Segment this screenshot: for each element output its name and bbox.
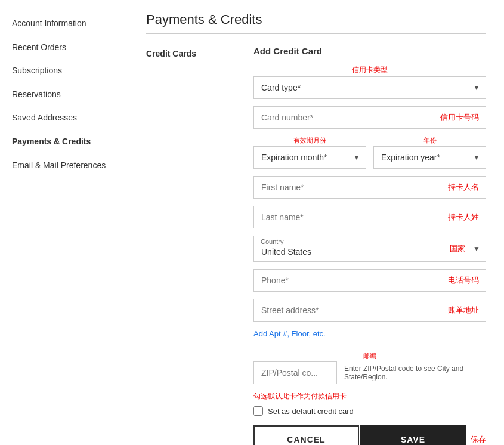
add-credit-card-form: Add Credit Card 信用卡类型 Card type* ▼ 信用卡号码 [253,46,486,445]
button-row: CANCEL SAVE 保存 [253,425,486,445]
card-type-wrapper: Card type* ▼ [253,76,486,99]
page-title: Payments & Credits [146,12,486,34]
sidebar-item-reservations[interactable]: Reservations [0,83,128,107]
cancel-button[interactable]: CANCEL [253,425,359,445]
street-address-row: 账单地址 [253,299,486,322]
card-type-row: 信用卡类型 Card type* ▼ [253,65,486,99]
expiration-month-wrapper: Expiration month* ▼ [253,146,366,169]
sidebar-item-email-mail-preferences[interactable]: Email & Mail Preferences [0,154,128,178]
save-chinese-hint: 保存 [471,434,486,445]
card-type-select[interactable]: Card type* [253,76,486,99]
sidebar: Account Information Recent Orders Subscr… [0,0,128,445]
credit-cards-label: Credit Cards [146,46,236,445]
country-wrapper: Country United States 国家 ▼ [253,236,486,262]
expiration-row: 有效期月份 Expiration month* ▼ 年份 Expiration … [253,136,486,169]
save-button[interactable]: SAVE [360,425,466,445]
zip-input-row: Enter ZIP/Postal code to see City and St… [253,361,486,384]
sidebar-item-account-information[interactable]: Account Information [0,12,128,36]
country-label: Country [261,238,284,245]
default-card-checkbox[interactable] [253,406,263,416]
expiration-year-select[interactable]: Expiration year* [373,146,486,169]
expiration-year-chinese: 年份 [373,136,486,145]
expiration-year-col: 年份 Expiration year* ▼ [373,136,486,169]
sidebar-item-saved-addresses[interactable]: Saved Addresses [0,106,128,130]
card-number-input[interactable] [253,106,486,129]
card-number-row: 信用卡号码 [253,106,486,129]
expiration-month-chinese: 有效期月份 [253,136,366,145]
default-card-label: Set as default credit card [268,407,354,416]
checkbox-chinese-hint: 勾选默认此卡作为付款信用卡 [253,391,486,401]
last-name-input[interactable] [253,206,486,228]
phone-row: 电话号码 [253,269,486,292]
first-name-row: 持卡人名 [253,176,486,199]
sidebar-item-recent-orders[interactable]: Recent Orders [0,36,128,60]
zip-hint: Enter ZIP/Postal code to see City and St… [344,364,486,381]
sidebar-item-payments-credits[interactable]: Payments & Credits [0,130,128,154]
content-area: Credit Cards Add Credit Card 信用卡类型 Card … [146,46,486,445]
first-name-input[interactable] [253,176,486,199]
last-name-row: 持卡人姓 [253,206,486,228]
country-row: Country United States 国家 ▼ [253,236,486,262]
zip-input[interactable] [253,361,337,384]
add-apt-row: Add Apt #, Floor, etc. [253,329,486,344]
expiration-month-select[interactable]: Expiration month* [253,146,366,169]
country-select[interactable]: United States [253,236,486,262]
default-card-row: 勾选默认此卡作为付款信用卡 Set as default credit card [253,391,486,416]
main-content: Payments & Credits Credit Cards Add Cred… [128,0,504,445]
card-type-chinese-hint: 信用卡类型 [253,65,486,75]
form-title: Add Credit Card [253,46,486,56]
add-apt-link[interactable]: Add Apt #, Floor, etc. [253,329,326,338]
expiration-month-col: 有效期月份 Expiration month* ▼ [253,136,366,169]
zip-row: 邮编 Enter ZIP/Postal code to see City and… [253,351,486,384]
phone-input[interactable] [253,269,486,292]
sidebar-item-subscriptions[interactable]: Subscriptions [0,59,128,83]
checkbox-row: Set as default credit card [253,406,486,416]
expiration-year-wrapper: Expiration year* ▼ [373,146,486,169]
street-address-input[interactable] [253,299,486,322]
zip-chinese-hint: 邮编 [253,351,486,360]
